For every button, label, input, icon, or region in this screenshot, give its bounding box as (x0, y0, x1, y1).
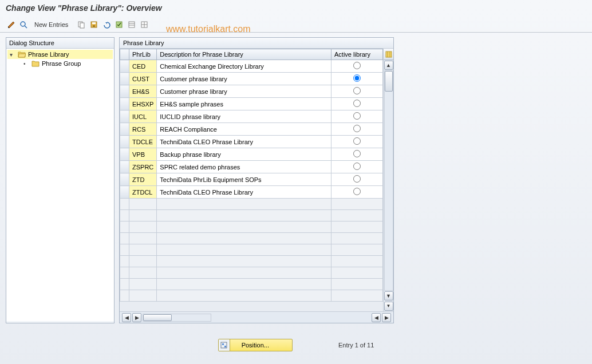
cell-description[interactable]: TechniData PhrLib Equipment SOPs (157, 173, 331, 186)
cell-phrlib[interactable]: VPB (129, 148, 157, 161)
new-entries-button[interactable]: New Entries (31, 20, 72, 29)
cell-active[interactable] (331, 73, 383, 85)
row-selector[interactable] (120, 186, 129, 199)
table-row-empty (120, 199, 383, 210)
deselect-all-icon[interactable] (127, 19, 137, 30)
cell-active[interactable] (331, 136, 383, 148)
row-selector-header[interactable] (120, 49, 129, 60)
tree-collapse-icon[interactable]: ▾ (10, 52, 15, 58)
cell-phrlib[interactable]: CUST (129, 73, 157, 85)
cell-phrlib[interactable]: ZTDCL (129, 186, 157, 199)
table-row[interactable]: TDCLE TechniData CLEO Phrase Library (120, 136, 383, 148)
hscroll-thumb[interactable] (143, 314, 172, 321)
active-radio[interactable] (353, 188, 361, 195)
table-row[interactable]: EHSXP EH&S sample phrases (120, 98, 383, 110)
active-radio[interactable] (353, 112, 361, 120)
cell-description[interactable]: REACH Compliance (157, 123, 331, 136)
tree-item-phrase-library[interactable]: ▾ Phrase Library (7, 50, 113, 59)
table-row[interactable]: CED Chemical Exchange Directory Library (120, 60, 383, 73)
hscroll-track[interactable] (143, 314, 211, 322)
svg-rect-9 (129, 22, 135, 27)
cell-phrlib[interactable]: EHSXP (129, 98, 157, 110)
configure-columns-icon[interactable] (384, 49, 394, 60)
active-radio[interactable] (353, 175, 361, 183)
row-selector[interactable] (120, 73, 129, 85)
scroll-thumb[interactable] (385, 71, 393, 92)
active-radio[interactable] (353, 100, 361, 107)
position-button[interactable]: Position... (218, 339, 293, 351)
cell-active[interactable] (331, 110, 383, 123)
scroll-last-icon[interactable]: ▼ (384, 302, 393, 311)
table-settings-icon[interactable] (139, 19, 149, 30)
row-selector[interactable] (120, 136, 129, 148)
table-row[interactable]: IUCL IUCLID phrase library (120, 110, 383, 123)
undo-icon[interactable] (101, 19, 112, 30)
cell-phrlib[interactable]: TDCLE (129, 136, 157, 148)
table-row[interactable]: CUST Customer phrase library (120, 73, 383, 85)
active-radio[interactable] (353, 163, 361, 170)
cell-active[interactable] (331, 98, 383, 110)
table-row[interactable]: RCS REACH Compliance (120, 123, 383, 136)
cell-phrlib[interactable]: IUCL (129, 110, 157, 123)
col-description[interactable]: Description for Phrase Library (157, 49, 331, 60)
cell-description[interactable]: TechniData CLEO Phrase Library (157, 186, 331, 199)
cell-description[interactable]: TechniData CLEO Phrase Library (157, 136, 331, 148)
row-selector[interactable] (120, 110, 129, 123)
active-radio[interactable] (353, 150, 361, 157)
table-row[interactable]: ZTD TechniData PhrLib Equipment SOPs (120, 173, 383, 186)
active-radio[interactable] (353, 87, 361, 94)
save-icon[interactable] (89, 19, 99, 30)
active-radio[interactable] (353, 125, 361, 132)
table-row[interactable]: ZSPRC SPRC related demo phrases (120, 161, 383, 173)
cell-description[interactable]: Backup phrase library (157, 148, 331, 161)
scroll-track[interactable] (384, 70, 393, 291)
scroll-left-icon[interactable]: ◀ (122, 313, 131, 322)
select-all-icon[interactable] (114, 19, 124, 30)
table-row[interactable]: EH&S Customer phrase library (120, 85, 383, 98)
scroll-up-icon[interactable]: ▲ (384, 61, 393, 70)
cell-description[interactable]: IUCLID phrase library (157, 110, 331, 123)
cell-active[interactable] (331, 173, 383, 186)
active-radio[interactable] (353, 62, 361, 69)
cell-phrlib[interactable]: RCS (129, 123, 157, 136)
row-selector[interactable] (120, 148, 129, 161)
cell-description[interactable]: EH&S sample phrases (157, 98, 331, 110)
vertical-scrollbar[interactable]: ▲ ▼ ▼ (383, 49, 393, 311)
col-phrlib[interactable]: PhrLib (129, 49, 157, 60)
cell-phrlib[interactable]: CED (129, 60, 157, 73)
active-radio[interactable] (353, 137, 361, 145)
row-selector[interactable] (120, 173, 129, 186)
cell-description[interactable]: Chemical Exchange Directory Library (157, 60, 331, 73)
find-icon[interactable] (18, 19, 29, 30)
cell-active[interactable] (331, 85, 383, 98)
cell-description[interactable]: Customer phrase library (157, 73, 331, 85)
cell-active[interactable] (331, 123, 383, 136)
active-radio[interactable] (353, 74, 361, 82)
row-selector[interactable] (120, 123, 129, 136)
col-active[interactable]: Active library (331, 49, 383, 60)
scroll-right-icon[interactable]: ▶ (132, 313, 141, 322)
cell-active[interactable] (331, 148, 383, 161)
svg-line-2 (25, 26, 27, 28)
row-selector[interactable] (120, 161, 129, 173)
cell-description[interactable]: Customer phrase library (157, 85, 331, 98)
cell-active[interactable] (331, 186, 383, 199)
horizontal-scrollbar[interactable]: ◀ ▶ ◀ ▶ (120, 311, 393, 323)
tree-item-phrase-group[interactable]: • Phrase Group (7, 59, 113, 68)
cell-description[interactable]: SPRC related demo phrases (157, 161, 331, 173)
table-row[interactable]: ZTDCL TechniData CLEO Phrase Library (120, 186, 383, 199)
cell-phrlib[interactable]: EH&S (129, 85, 157, 98)
cell-active[interactable] (331, 60, 383, 73)
toggle-display-icon[interactable] (6, 19, 16, 30)
row-selector[interactable] (120, 60, 129, 73)
scroll-right2-icon[interactable]: ▶ (382, 313, 391, 322)
cell-active[interactable] (331, 161, 383, 173)
copy-icon[interactable] (76, 19, 86, 30)
cell-phrlib[interactable]: ZSPRC (129, 161, 157, 173)
scroll-down-icon[interactable]: ▼ (384, 291, 393, 300)
table-row[interactable]: VPB Backup phrase library (120, 148, 383, 161)
row-selector[interactable] (120, 85, 129, 98)
row-selector[interactable] (120, 98, 129, 110)
scroll-left2-icon[interactable]: ◀ (372, 313, 381, 322)
cell-phrlib[interactable]: ZTD (129, 173, 157, 186)
